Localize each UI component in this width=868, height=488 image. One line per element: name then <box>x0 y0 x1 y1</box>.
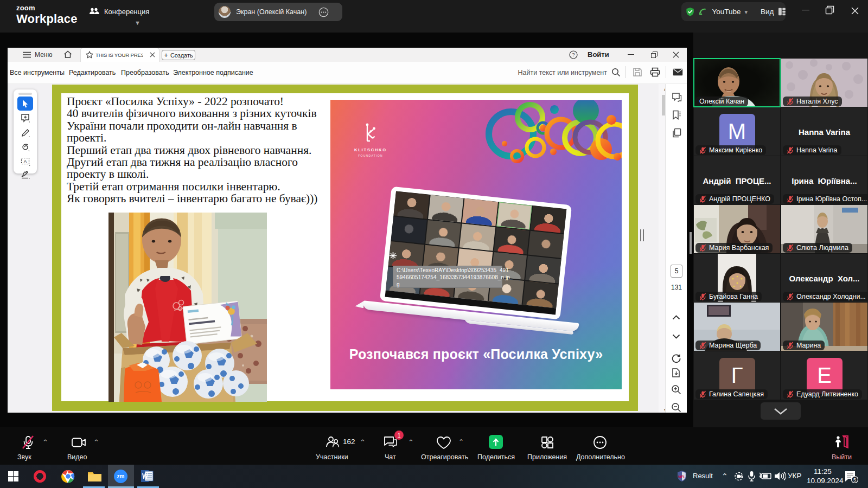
svg-text:5: 5 <box>853 477 856 483</box>
svg-text:NFL: NFL <box>678 475 686 479</box>
svg-text:?: ? <box>572 52 575 57</box>
svg-text:A: A <box>23 159 27 164</box>
